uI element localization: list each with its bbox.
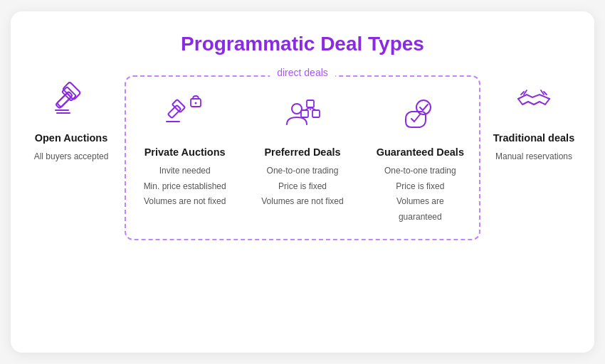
svg-line-22: [541, 90, 544, 95]
handshake-icon: [509, 75, 559, 125]
person-connect-icon: [278, 90, 327, 139]
svg-rect-14: [301, 110, 308, 117]
direct-deals-label: direct deals: [270, 67, 335, 78]
deal-traditional-deals: Traditional deals Manual reservations: [488, 75, 580, 165]
deal-open-auctions: Open Auctions All buyers accepted: [25, 75, 117, 165]
deal-private-auctions: Private Auctions Invite neededMin. price…: [135, 90, 235, 225]
preferred-deals-title: Preferred Deals: [264, 146, 340, 158]
open-auctions-title: Open Auctions: [35, 132, 108, 144]
hand-check-icon: [395, 90, 445, 139]
main-card: Programmatic Deal Types Open Au: [11, 11, 594, 353]
deal-guaranteed-deals: Guaranteed Deals One-to-one tradingPrice…: [370, 90, 470, 225]
traditional-deals-title: Traditional deals: [493, 132, 574, 144]
content-row: Open Auctions All buyers accepted direct…: [25, 75, 580, 240]
guaranteed-deals-desc: One-to-one tradingPrice is fixedVolumes …: [374, 164, 465, 225]
deal-preferred-deals: Preferred Deals One-to-one tradingPrice …: [253, 90, 352, 225]
private-auctions-desc: Invite neededMin. price establishedVolum…: [144, 164, 226, 210]
svg-rect-13: [312, 110, 320, 117]
svg-point-11: [292, 104, 302, 114]
svg-rect-12: [307, 100, 314, 107]
direct-deals-inner: Private Auctions Invite neededMin. price…: [126, 90, 479, 225]
traditional-deals-desc: Manual reservations: [495, 149, 572, 165]
open-auctions-desc: All buyers accepted: [34, 149, 109, 165]
svg-line-20: [524, 90, 527, 95]
svg-point-10: [194, 102, 196, 105]
svg-rect-4: [62, 87, 76, 101]
direct-deals-box: direct deals: [125, 75, 480, 240]
page-title: Programmatic Deal Types: [181, 33, 424, 55]
guaranteed-deals-title: Guaranteed Deals: [377, 146, 464, 158]
svg-rect-3: [57, 93, 71, 107]
hammer-open-icon: [46, 75, 96, 125]
hammer-lock-icon: [160, 90, 210, 139]
preferred-deals-desc: One-to-one tradingPrice is fixedVolumes …: [261, 164, 343, 210]
private-auctions-title: Private Auctions: [144, 146, 226, 158]
